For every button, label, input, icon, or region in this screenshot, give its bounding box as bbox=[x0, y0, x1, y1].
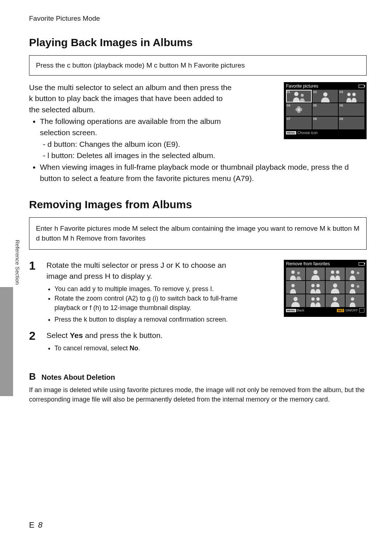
svg-point-27 bbox=[351, 297, 354, 301]
svg-point-10 bbox=[291, 270, 295, 274]
thumb-num: 09 bbox=[339, 117, 343, 121]
battery-icon bbox=[359, 85, 364, 88]
thumb-num: 02 bbox=[313, 90, 317, 94]
svg-point-9 bbox=[298, 108, 300, 111]
notes-title-text: Notes About Deletion bbox=[41, 373, 115, 381]
thumb-num: 08 bbox=[313, 117, 317, 121]
person-icon bbox=[326, 281, 345, 294]
svg-point-0 bbox=[294, 92, 298, 96]
svg-point-25 bbox=[316, 297, 319, 301]
svg-point-2 bbox=[323, 92, 327, 97]
person-icon bbox=[326, 267, 345, 280]
breadcrumb-1: Press the c button (playback mode) M c b… bbox=[29, 55, 367, 76]
bullet-1a: d button: Changes the album icon (E9). bbox=[48, 139, 234, 150]
step-1-sub2: Rotate the zoom control (A2) to g (i) to… bbox=[54, 294, 247, 313]
person-icon bbox=[306, 267, 325, 280]
screen1-title: Favorite pictures bbox=[286, 84, 318, 89]
svg-point-14 bbox=[336, 270, 339, 274]
set-icon: SET bbox=[337, 309, 344, 312]
sidebar-label: Reference Section bbox=[15, 240, 21, 285]
svg-point-15 bbox=[351, 270, 354, 274]
svg-point-26 bbox=[333, 297, 337, 301]
svg-point-23 bbox=[293, 297, 298, 301]
notes-heading: B Notes About Deletion bbox=[29, 371, 367, 382]
intro-paragraph: Use the multi selector to select an albu… bbox=[29, 82, 232, 115]
step-2-sub1: To cancel removal, select No. bbox=[54, 343, 367, 353]
thumb-num: 03 bbox=[339, 90, 343, 94]
svg-point-21 bbox=[351, 284, 354, 287]
step-1-number: 1 bbox=[29, 260, 40, 326]
step-2-main: Select Yes and press the k button. bbox=[46, 330, 367, 341]
bullet-list-1: The following operations are available f… bbox=[29, 116, 234, 161]
menu-icon: MENU bbox=[286, 131, 296, 134]
page-number: E8 bbox=[29, 520, 42, 530]
thumb-num: 05 bbox=[313, 104, 317, 107]
thumb-num: 06 bbox=[339, 104, 343, 107]
person-icon bbox=[346, 281, 365, 294]
svg-point-1 bbox=[301, 94, 304, 97]
screen-remove-from-favorites: Remove from favorites bbox=[284, 260, 367, 317]
svg-point-20 bbox=[333, 283, 337, 288]
person-icon bbox=[286, 281, 305, 294]
bullet-1: The following operations are available f… bbox=[40, 117, 221, 136]
menu-icon: MENU bbox=[286, 309, 296, 312]
svg-point-24 bbox=[311, 297, 314, 301]
screen2-title: Remove from favorites bbox=[286, 261, 330, 266]
person-icon bbox=[346, 294, 365, 307]
heading-playing-back: Playing Back Images in Albums bbox=[29, 36, 367, 49]
svg-point-18 bbox=[311, 284, 314, 287]
person-icon bbox=[306, 294, 325, 307]
screen2-footer-left: Back bbox=[297, 309, 304, 312]
svg-point-3 bbox=[347, 93, 351, 96]
svg-point-16 bbox=[356, 272, 359, 274]
sidebar-tab bbox=[0, 287, 13, 396]
thumb-num: 07 bbox=[287, 117, 290, 121]
screen2-footer-right: ON/OFF bbox=[346, 309, 358, 312]
heading-removing: Removing Images from Albums bbox=[29, 198, 367, 211]
screen1-footer: Choose icon bbox=[298, 131, 318, 135]
svg-point-17 bbox=[291, 284, 295, 287]
svg-point-19 bbox=[316, 284, 319, 287]
svg-point-11 bbox=[297, 272, 300, 274]
bullet-list-1b: When viewing images in full-frame playba… bbox=[29, 162, 367, 184]
step-1-sub1: You can add y to multiple images. To rem… bbox=[54, 284, 247, 294]
person-icon bbox=[286, 294, 305, 307]
person-icon bbox=[346, 267, 365, 280]
page-num-value: 8 bbox=[38, 520, 42, 529]
notes-prefix: B bbox=[29, 371, 36, 382]
person-icon bbox=[326, 294, 345, 307]
thumb-num: 04 bbox=[287, 104, 290, 107]
bullet-1b: l button: Deletes all images in the sele… bbox=[48, 150, 234, 161]
running-header: Favorite Pictures Mode bbox=[29, 15, 367, 23]
svg-point-12 bbox=[313, 270, 318, 274]
zoom-icon bbox=[359, 308, 364, 313]
thumb-num: 01 bbox=[287, 90, 290, 94]
bullet-2: When viewing images in full-frame playba… bbox=[40, 162, 367, 184]
page-prefix: E bbox=[29, 520, 34, 529]
person-icon bbox=[306, 281, 325, 294]
battery-icon bbox=[359, 262, 364, 266]
svg-point-4 bbox=[352, 93, 356, 96]
step-1-main: Rotate the multi selector or press J or … bbox=[46, 260, 232, 282]
step-2-number: 2 bbox=[29, 330, 40, 355]
person-icon bbox=[286, 267, 305, 280]
svg-point-22 bbox=[356, 285, 359, 288]
screen-favorite-pictures: Favorite pictures 01 02 03 04 05 06 07 0… bbox=[284, 82, 367, 139]
svg-point-13 bbox=[331, 270, 334, 274]
breadcrumb-2: Enter h Favorite pictures mode M select … bbox=[29, 217, 367, 250]
notes-body: If an image is deleted while using favor… bbox=[29, 385, 367, 404]
